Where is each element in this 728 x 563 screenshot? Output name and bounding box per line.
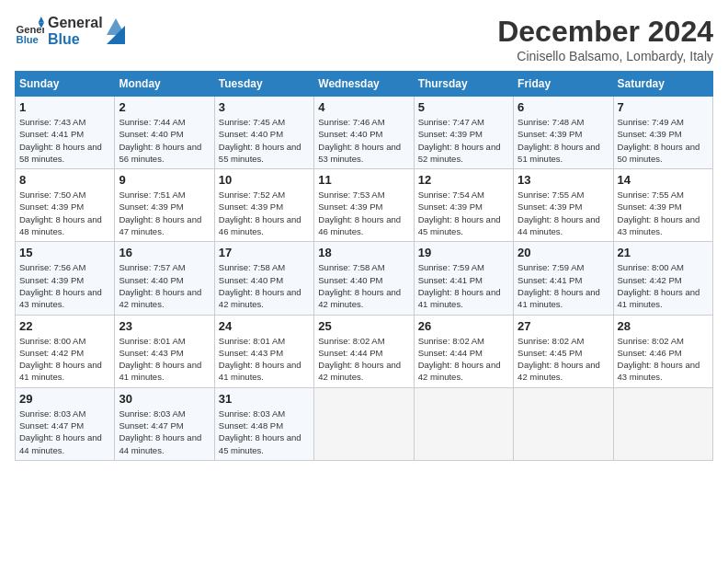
day-detail: Sunrise: 7:49 AMSunset: 4:39 PMDaylight:… — [618, 116, 709, 165]
day-cell: 2 Sunrise: 7:44 AMSunset: 4:40 PMDayligh… — [115, 97, 214, 169]
day-number: 7 — [618, 100, 709, 114]
svg-text:Blue: Blue — [17, 33, 39, 44]
day-cell: 21 Sunrise: 8:00 AMSunset: 4:42 PMDaylig… — [613, 242, 712, 315]
day-number: 27 — [518, 319, 609, 333]
day-detail: Sunrise: 7:59 AMSunset: 4:41 PMDaylight:… — [518, 261, 609, 310]
day-cell: 5 Sunrise: 7:47 AMSunset: 4:39 PMDayligh… — [414, 97, 513, 169]
day-number: 5 — [418, 100, 509, 114]
day-cell: 20 Sunrise: 7:59 AMSunset: 4:41 PMDaylig… — [514, 242, 613, 315]
day-detail: Sunrise: 7:57 AMSunset: 4:40 PMDaylight:… — [119, 261, 210, 310]
day-number: 8 — [19, 173, 110, 187]
day-detail: Sunrise: 8:03 AMSunset: 4:47 PMDaylight:… — [119, 408, 210, 456]
day-cell: 28 Sunrise: 8:02 AMSunset: 4:46 PMDaylig… — [613, 315, 712, 387]
day-number: 24 — [219, 319, 310, 333]
col-header-saturday: Saturday — [613, 72, 712, 97]
day-detail: Sunrise: 8:03 AMSunset: 4:47 PMDaylight:… — [19, 408, 110, 456]
title-block: December 2024 Cinisello Balsamo, Lombard… — [497, 15, 713, 63]
day-number: 17 — [219, 246, 310, 259]
day-number: 3 — [219, 100, 310, 114]
day-cell: 30 Sunrise: 8:03 AMSunset: 4:47 PMDaylig… — [115, 387, 214, 460]
day-number: 23 — [119, 319, 210, 333]
day-cell: 7 Sunrise: 7:49 AMSunset: 4:39 PMDayligh… — [613, 97, 712, 169]
week-row-1: 1 Sunrise: 7:43 AMSunset: 4:41 PMDayligh… — [16, 97, 713, 169]
col-header-wednesday: Wednesday — [314, 72, 414, 97]
day-cell: 10 Sunrise: 7:52 AMSunset: 4:39 PMDaylig… — [214, 169, 313, 242]
day-detail: Sunrise: 8:01 AMSunset: 4:43 PMDaylight:… — [119, 335, 210, 384]
day-cell: 22 Sunrise: 8:00 AMSunset: 4:42 PMDaylig… — [16, 315, 115, 387]
day-detail: Sunrise: 8:03 AMSunset: 4:48 PMDaylight:… — [219, 408, 310, 456]
day-cell: 23 Sunrise: 8:01 AMSunset: 4:43 PMDaylig… — [115, 315, 214, 387]
logo-general: General — [48, 15, 103, 31]
week-row-2: 8 Sunrise: 7:50 AMSunset: 4:39 PMDayligh… — [16, 169, 713, 242]
day-detail: Sunrise: 7:46 AMSunset: 4:40 PMDaylight:… — [318, 116, 409, 165]
day-number: 15 — [19, 246, 110, 259]
day-cell: 12 Sunrise: 7:54 AMSunset: 4:39 PMDaylig… — [414, 169, 513, 242]
col-header-sunday: Sunday — [16, 72, 115, 97]
svg-marker-2 — [39, 17, 44, 22]
day-number: 25 — [318, 319, 409, 333]
day-detail: Sunrise: 7:51 AMSunset: 4:39 PMDaylight:… — [119, 189, 210, 237]
day-cell — [613, 387, 712, 460]
day-detail: Sunrise: 7:59 AMSunset: 4:41 PMDaylight:… — [418, 261, 509, 310]
logo-triangle-icon — [107, 18, 125, 44]
day-cell: 25 Sunrise: 8:02 AMSunset: 4:44 PMDaylig… — [314, 315, 414, 387]
day-detail: Sunrise: 7:44 AMSunset: 4:40 PMDaylight:… — [119, 116, 210, 165]
logo-blue: Blue — [48, 31, 103, 48]
day-detail: Sunrise: 7:55 AMSunset: 4:39 PMDaylight:… — [518, 189, 609, 237]
day-cell: 1 Sunrise: 7:43 AMSunset: 4:41 PMDayligh… — [16, 97, 115, 169]
day-number: 30 — [119, 392, 210, 406]
day-cell: 31 Sunrise: 8:03 AMSunset: 4:48 PMDaylig… — [214, 387, 313, 460]
day-number: 6 — [518, 100, 609, 114]
col-header-thursday: Thursday — [414, 72, 513, 97]
day-cell: 3 Sunrise: 7:45 AMSunset: 4:40 PMDayligh… — [214, 97, 313, 169]
calendar-header-row: SundayMondayTuesdayWednesdayThursdayFrid… — [16, 72, 713, 97]
svg-marker-5 — [107, 18, 125, 35]
day-cell: 11 Sunrise: 7:53 AMSunset: 4:39 PMDaylig… — [314, 169, 414, 242]
day-cell: 4 Sunrise: 7:46 AMSunset: 4:40 PMDayligh… — [314, 97, 414, 169]
day-detail: Sunrise: 7:54 AMSunset: 4:39 PMDaylight:… — [418, 189, 509, 237]
day-detail: Sunrise: 7:53 AMSunset: 4:39 PMDaylight:… — [318, 189, 409, 237]
day-number: 4 — [318, 100, 409, 114]
day-detail: Sunrise: 8:00 AMSunset: 4:42 PMDaylight:… — [19, 335, 110, 384]
day-number: 10 — [219, 173, 310, 187]
col-header-monday: Monday — [115, 72, 214, 97]
day-cell: 18 Sunrise: 7:58 AMSunset: 4:40 PMDaylig… — [314, 242, 414, 315]
col-header-tuesday: Tuesday — [214, 72, 313, 97]
day-detail: Sunrise: 8:02 AMSunset: 4:44 PMDaylight:… — [318, 335, 409, 384]
day-detail: Sunrise: 7:55 AMSunset: 4:39 PMDaylight:… — [618, 189, 709, 237]
day-detail: Sunrise: 7:43 AMSunset: 4:41 PMDaylight:… — [19, 116, 110, 165]
day-cell: 13 Sunrise: 7:55 AMSunset: 4:39 PMDaylig… — [514, 169, 613, 242]
day-number: 14 — [618, 173, 709, 187]
day-cell — [314, 387, 414, 460]
day-detail: Sunrise: 8:02 AMSunset: 4:44 PMDaylight:… — [418, 335, 509, 384]
day-cell — [414, 387, 513, 460]
day-cell — [514, 387, 613, 460]
day-cell: 17 Sunrise: 7:58 AMSunset: 4:40 PMDaylig… — [214, 242, 313, 315]
day-cell: 9 Sunrise: 7:51 AMSunset: 4:39 PMDayligh… — [115, 169, 214, 242]
day-detail: Sunrise: 7:48 AMSunset: 4:39 PMDaylight:… — [518, 116, 609, 165]
day-cell: 15 Sunrise: 7:56 AMSunset: 4:39 PMDaylig… — [16, 242, 115, 315]
page-header: General Blue General Blue December 2024 … — [15, 15, 713, 63]
day-cell: 14 Sunrise: 7:55 AMSunset: 4:39 PMDaylig… — [613, 169, 712, 242]
day-cell: 26 Sunrise: 8:02 AMSunset: 4:44 PMDaylig… — [414, 315, 513, 387]
day-number: 21 — [618, 246, 709, 259]
day-detail: Sunrise: 8:02 AMSunset: 4:45 PMDaylight:… — [518, 335, 609, 384]
calendar-body: 1 Sunrise: 7:43 AMSunset: 4:41 PMDayligh… — [16, 97, 713, 461]
day-cell: 29 Sunrise: 8:03 AMSunset: 4:47 PMDaylig… — [16, 387, 115, 460]
logo: General Blue General Blue — [15, 15, 125, 47]
day-number: 31 — [219, 392, 310, 406]
day-cell: 19 Sunrise: 7:59 AMSunset: 4:41 PMDaylig… — [414, 242, 513, 315]
day-number: 26 — [418, 319, 509, 333]
day-number: 18 — [318, 246, 409, 259]
day-number: 16 — [119, 246, 210, 259]
day-number: 20 — [518, 246, 609, 259]
day-number: 29 — [19, 392, 110, 406]
day-number: 9 — [119, 173, 210, 187]
day-cell: 27 Sunrise: 8:02 AMSunset: 4:45 PMDaylig… — [514, 315, 613, 387]
day-detail: Sunrise: 8:01 AMSunset: 4:43 PMDaylight:… — [219, 335, 310, 384]
day-number: 2 — [119, 100, 210, 114]
day-detail: Sunrise: 7:58 AMSunset: 4:40 PMDaylight:… — [318, 261, 409, 310]
day-cell: 6 Sunrise: 7:48 AMSunset: 4:39 PMDayligh… — [514, 97, 613, 169]
day-detail: Sunrise: 7:52 AMSunset: 4:39 PMDaylight:… — [219, 189, 310, 237]
col-header-friday: Friday — [514, 72, 613, 97]
